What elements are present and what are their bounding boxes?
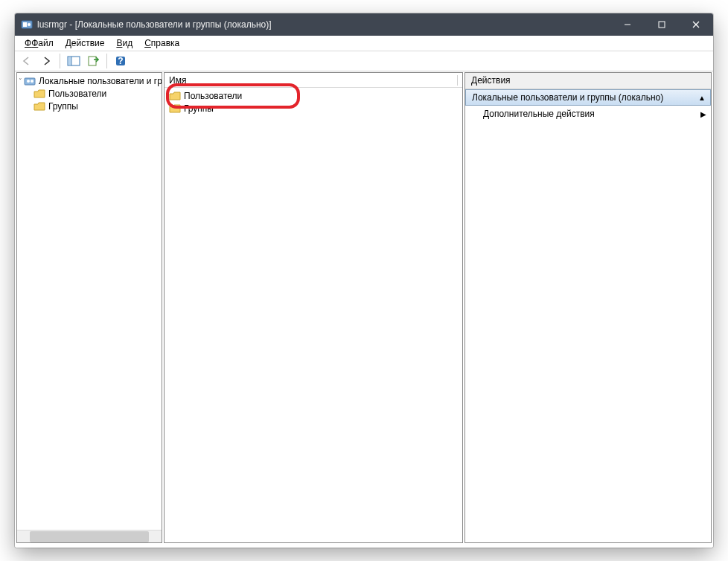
menu-file-text: Файл — [31, 38, 54, 48]
actions-header: Действия — [465, 73, 711, 89]
tree-groups-label: Группы — [48, 101, 78, 112]
list-item-users[interactable]: Пользователи — [165, 89, 462, 102]
menu-view[interactable]: Вид — [111, 37, 138, 49]
app-icon — [21, 19, 33, 31]
export-list-button[interactable] — [84, 52, 102, 70]
folder-icon — [169, 91, 181, 101]
help-button[interactable]: ? — [112, 52, 130, 70]
back-button — [18, 52, 36, 70]
column-header-name[interactable]: Имя — [165, 73, 462, 88]
tree-item-users[interactable]: Пользователи — [17, 87, 162, 100]
svg-rect-10 — [89, 57, 96, 65]
list-groups-label: Группы — [184, 103, 214, 114]
actions-more-label: Дополнительные действия — [483, 109, 595, 119]
menu-action-text: Действие — [66, 38, 105, 48]
collapse-icon[interactable]: ˅ — [19, 77, 22, 85]
window-title: lusrmgr - [Локальные пользователи и груп… — [37, 19, 610, 30]
menubar: ФФайл/*placeholder*/Файл Действие Вид Сп… — [15, 36, 713, 51]
toolbar: ? — [15, 51, 713, 71]
list[interactable]: Пользователи Группы — [165, 88, 462, 542]
column-header-name-label: Имя — [169, 75, 186, 86]
minimize-button[interactable] — [610, 13, 645, 36]
toolbar-separator — [60, 54, 60, 68]
svg-point-14 — [27, 80, 30, 83]
titlebar: lusrmgr - [Локальные пользователи и груп… — [15, 13, 713, 36]
actions-more[interactable]: Дополнительные действия ▶ — [465, 106, 711, 122]
toolbar-separator-2 — [106, 54, 107, 68]
tree-item-groups[interactable]: Группы — [17, 100, 162, 112]
list-item-groups[interactable]: Группы — [165, 102, 462, 115]
tree-panel: ˅ Локальные пользователи и группы Пользо… — [16, 72, 162, 543]
list-panel: Имя Пользователи Группы — [164, 72, 463, 543]
tree-root-label: Локальные пользователи и группы — [39, 76, 162, 86]
tree-users-label: Пользователи — [48, 89, 106, 99]
actions-header-label: Действия — [471, 75, 511, 86]
tree[interactable]: ˅ Локальные пользователи и группы Пользо… — [17, 73, 162, 530]
svg-point-15 — [31, 80, 33, 83]
svg-point-2 — [28, 23, 31, 26]
show-hide-tree-button[interactable] — [65, 52, 83, 70]
submenu-arrow-icon: ▶ — [700, 110, 706, 118]
menu-help[interactable]: Справка — [139, 37, 185, 49]
maximize-button[interactable] — [645, 13, 679, 36]
statusbar — [15, 543, 713, 548]
folder-icon — [169, 103, 181, 114]
tree-root[interactable]: ˅ Локальные пользователи и группы — [17, 74, 162, 87]
menu-help-text: Справка — [144, 38, 179, 48]
actions-panel: Действия Локальные пользователи и группы… — [464, 72, 712, 543]
svg-rect-1 — [23, 22, 27, 27]
forward-button[interactable] — [37, 52, 55, 70]
actions-context-heading[interactable]: Локальные пользователи и группы (локальн… — [465, 89, 711, 106]
list-users-label: Пользователи — [184, 91, 242, 101]
svg-rect-4 — [659, 22, 665, 28]
app-window: lusrmgr - [Локальные пользователи и груп… — [15, 13, 713, 548]
svg-text:?: ? — [118, 56, 123, 66]
actions-context-label: Локальные пользователи и группы (локальн… — [472, 92, 663, 103]
close-button[interactable] — [679, 13, 713, 36]
tree-hscrollbar[interactable] — [17, 530, 162, 542]
svg-rect-9 — [68, 57, 71, 65]
collapse-arrow-icon: ▲ — [698, 94, 706, 102]
folder-icon — [33, 89, 45, 99]
folder-icon — [33, 101, 45, 112]
menu-action[interactable]: Действие — [60, 37, 110, 49]
menu-view-text: Вид — [116, 38, 132, 48]
menu-file[interactable]: ФФайл/*placeholder*/Файл — [19, 37, 59, 49]
users-groups-icon — [24, 76, 36, 86]
body: ˅ Локальные пользователи и группы Пользо… — [15, 71, 713, 543]
